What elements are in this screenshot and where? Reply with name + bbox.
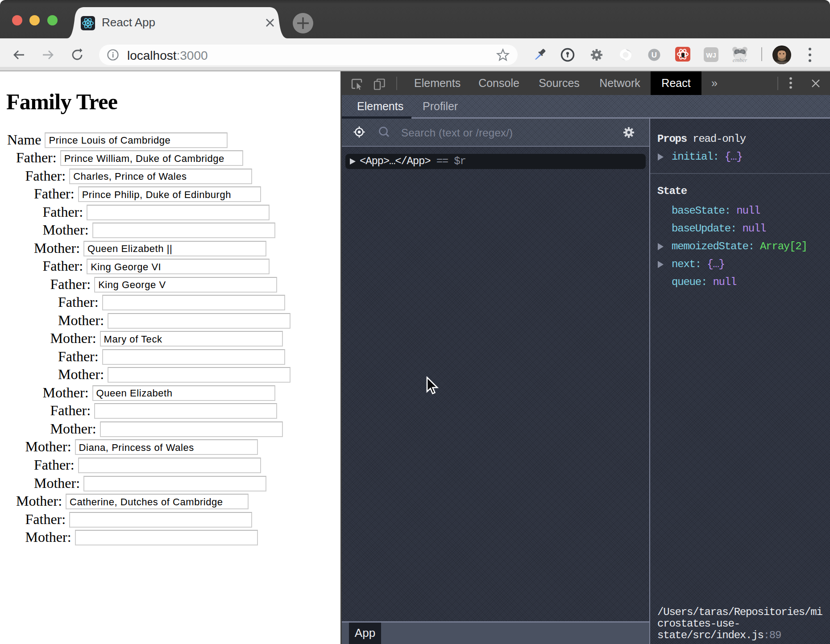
svg-text:WJ: WJ <box>706 51 716 59</box>
svg-text:U: U <box>652 51 657 59</box>
svg-text:ember: ember <box>733 57 747 63</box>
